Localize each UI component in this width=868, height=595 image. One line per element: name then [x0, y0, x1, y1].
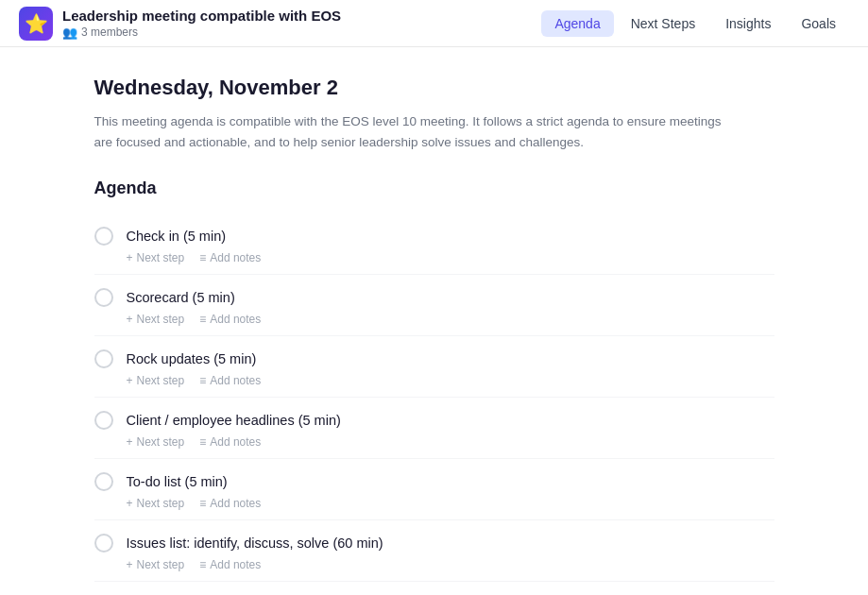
add-notes-link-0[interactable]: ≡ Add notes: [199, 251, 261, 264]
agenda-item-actions-3: + Next step ≡ Add notes: [127, 435, 774, 449]
next-step-icon-2: +: [127, 374, 133, 387]
add-notes-label-1: Add notes: [210, 313, 261, 326]
agenda-item: To-do list (5 min) + Next step ≡ Add not…: [94, 459, 774, 520]
header-title-section: Leadership meeting compatible with EOS 👥…: [62, 7, 341, 40]
page-date: Wednesday, November 2: [94, 76, 774, 100]
add-notes-label-3: Add notes: [210, 435, 261, 449]
next-step-link-4[interactable]: + Next step: [127, 497, 185, 510]
notes-icon-5: ≡: [199, 558, 206, 571]
agenda-item-row: Issues list: identify, discuss, solve (6…: [94, 534, 774, 552]
meeting-title: Leadership meeting compatible with EOS: [62, 7, 341, 26]
next-step-label-5: Next step: [137, 558, 185, 571]
page-description: This meeting agenda is compatible with t…: [94, 111, 737, 152]
agenda-item-label-3: Client / employee headlines (5 min): [127, 413, 341, 428]
add-notes-link-5[interactable]: ≡ Add notes: [199, 558, 261, 571]
agenda-item-row: Scorecard (5 min): [94, 288, 774, 307]
agenda-item: Wrap up (5 min) + Next step ≡ Add notes: [94, 582, 774, 595]
notes-icon-4: ≡: [199, 497, 206, 510]
agenda-item-actions-0: + Next step ≡ Add notes: [127, 251, 774, 264]
next-step-link-2[interactable]: + Next step: [127, 374, 185, 387]
next-step-label-0: Next step: [137, 251, 185, 264]
agenda-item-actions-5: + Next step ≡ Add notes: [127, 558, 774, 571]
next-step-icon-1: +: [127, 313, 133, 326]
agenda-item-actions-1: + Next step ≡ Add notes: [127, 313, 774, 326]
next-step-label-4: Next step: [137, 497, 185, 510]
agenda-list: Check in (5 min) + Next step ≡ Add notes…: [94, 213, 774, 595]
tab-agenda[interactable]: Agenda: [541, 10, 613, 37]
tab-insights[interactable]: Insights: [712, 10, 784, 37]
add-notes-label-4: Add notes: [210, 497, 261, 510]
next-step-icon-4: +: [127, 497, 133, 510]
tab-next-steps[interactable]: Next Steps: [618, 10, 708, 37]
next-step-icon-0: +: [127, 251, 133, 264]
next-step-link-1[interactable]: + Next step: [127, 313, 185, 326]
agenda-item: Client / employee headlines (5 min) + Ne…: [94, 398, 774, 459]
next-step-link-0[interactable]: + Next step: [127, 251, 185, 264]
agenda-item-row: Client / employee headlines (5 min): [94, 411, 774, 430]
agenda-checkbox-2[interactable]: [94, 349, 113, 368]
notes-icon-2: ≡: [199, 374, 206, 387]
notes-icon-1: ≡: [199, 313, 206, 326]
agenda-item-label-2: Rock updates (5 min): [127, 351, 257, 366]
add-notes-label-2: Add notes: [210, 374, 261, 387]
notes-icon-0: ≡: [199, 251, 206, 264]
next-step-icon-5: +: [127, 558, 133, 571]
agenda-item-label-5: Issues list: identify, discuss, solve (6…: [127, 536, 383, 551]
agenda-item-row: Check in (5 min): [94, 227, 774, 246]
agenda-checkbox-3[interactable]: [94, 411, 113, 430]
next-step-icon-3: +: [127, 435, 133, 449]
agenda-item-label-4: To-do list (5 min): [127, 474, 228, 489]
agenda-item-row: To-do list (5 min): [94, 472, 774, 491]
agenda-checkbox-1[interactable]: [94, 288, 113, 307]
add-notes-link-4[interactable]: ≡ Add notes: [199, 497, 261, 510]
agenda-item: Scorecard (5 min) + Next step ≡ Add note…: [94, 275, 774, 336]
app-icon: ⭐: [19, 7, 53, 41]
app-header: ⭐ Leadership meeting compatible with EOS…: [0, 0, 868, 47]
next-step-link-3[interactable]: + Next step: [127, 435, 185, 449]
add-notes-link-1[interactable]: ≡ Add notes: [199, 313, 261, 326]
tab-goals[interactable]: Goals: [788, 10, 849, 37]
add-notes-link-3[interactable]: ≡ Add notes: [199, 435, 261, 449]
members-icon: 👥: [62, 26, 77, 40]
members-count: 3 members: [81, 26, 138, 39]
agenda-item-label-0: Check in (5 min): [127, 229, 227, 244]
agenda-item-label-1: Scorecard (5 min): [127, 290, 235, 305]
add-notes-link-2[interactable]: ≡ Add notes: [199, 374, 261, 387]
next-step-label-3: Next step: [137, 435, 185, 449]
agenda-item-actions-4: + Next step ≡ Add notes: [127, 497, 774, 510]
next-step-label-1: Next step: [137, 313, 185, 326]
section-title: Agenda: [94, 178, 774, 198]
agenda-item-row: Rock updates (5 min): [94, 349, 774, 368]
agenda-checkbox-0[interactable]: [94, 227, 113, 246]
agenda-checkbox-5[interactable]: [94, 534, 113, 552]
add-notes-label-5: Add notes: [210, 558, 261, 571]
agenda-item: Rock updates (5 min) + Next step ≡ Add n…: [94, 336, 774, 398]
add-notes-label-0: Add notes: [210, 251, 261, 264]
agenda-item: Check in (5 min) + Next step ≡ Add notes: [94, 213, 774, 275]
notes-icon-3: ≡: [199, 435, 206, 449]
main-content: Wednesday, November 2 This meeting agend…: [57, 47, 812, 595]
header-left: ⭐ Leadership meeting compatible with EOS…: [19, 7, 341, 41]
agenda-checkbox-4[interactable]: [94, 472, 113, 491]
next-step-label-2: Next step: [137, 374, 185, 387]
agenda-item: Issues list: identify, discuss, solve (6…: [94, 520, 774, 582]
next-step-link-5[interactable]: + Next step: [127, 558, 185, 571]
members-info: 👥 3 members: [62, 26, 341, 40]
agenda-item-actions-2: + Next step ≡ Add notes: [127, 374, 774, 387]
navigation-tabs: Agenda Next Steps Insights Goals: [541, 10, 849, 37]
